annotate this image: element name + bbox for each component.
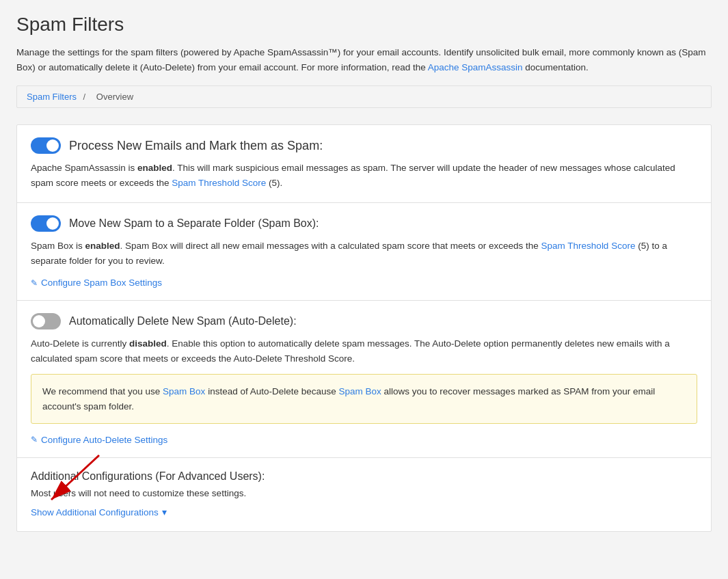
process-description: Apache SpamAssassin is enabled. This wil… bbox=[17, 161, 711, 202]
breadcrumb-parent-link[interactable]: Spam Filters bbox=[27, 92, 77, 102]
pencil-icon-1: ✎ bbox=[31, 278, 38, 288]
auto-delete-description: Auto-Delete is currently disabled. Enabl… bbox=[31, 336, 697, 366]
intro-description: Manage the settings for the spam filters… bbox=[16, 45, 712, 75]
additional-config-section: Additional Configurations (For Advanced … bbox=[17, 457, 711, 532]
configure-spam-box-link[interactable]: ✎ Configure Spam Box Settings bbox=[31, 278, 162, 288]
configure-auto-delete-link[interactable]: ✎ Configure Auto-Delete Settings bbox=[31, 435, 167, 445]
page-title: Spam Filters bbox=[16, 14, 712, 36]
spam-box-toggle[interactable] bbox=[31, 215, 61, 232]
additional-config-description: Most users will not need to customize th… bbox=[31, 488, 697, 498]
spam-threshold-score-link-1[interactable]: Spam Threshold Score bbox=[172, 178, 266, 188]
show-additional-config-link[interactable]: Show Additional Configurations ▾ bbox=[31, 507, 167, 517]
breadcrumb-current: Overview bbox=[96, 92, 133, 102]
pencil-icon-2: ✎ bbox=[31, 435, 38, 444]
spam-box-description: Spam Box is enabled. Spam Box will direc… bbox=[31, 239, 697, 268]
chevron-icon: ▾ bbox=[162, 507, 167, 517]
spam-box-header: Move New Spam to a Separate Folder (Spam… bbox=[31, 215, 697, 232]
auto-delete-toggle[interactable] bbox=[31, 313, 61, 329]
breadcrumb: Spam Filters / Overview bbox=[16, 85, 712, 108]
auto-delete-section: Automatically Delete New Spam (Auto-Dele… bbox=[17, 300, 711, 457]
process-section-header: Process New Emails and Mark them as Spam… bbox=[17, 125, 711, 161]
spam-box-link-2[interactable]: Spam Box bbox=[339, 386, 381, 396]
spam-box-link-1[interactable]: Spam Box bbox=[163, 386, 205, 396]
auto-delete-warning: We recommend that you use Spam Box inste… bbox=[31, 374, 697, 424]
apache-spamassassin-link[interactable]: Apache SpamAssassin bbox=[428, 62, 523, 72]
breadcrumb-separator: / bbox=[83, 92, 86, 102]
process-toggle[interactable] bbox=[31, 137, 61, 154]
spam-box-heading: Move New Spam to a Separate Folder (Spam… bbox=[69, 217, 319, 230]
show-config-wrapper: Show Additional Configurations ▾ bbox=[31, 507, 167, 518]
auto-delete-header: Automatically Delete New Spam (Auto-Dele… bbox=[31, 313, 697, 329]
additional-config-heading: Additional Configurations (For Advanced … bbox=[31, 470, 697, 483]
auto-delete-heading: Automatically Delete New Spam (Auto-Dele… bbox=[69, 315, 297, 327]
spam-box-section: Move New Spam to a Separate Folder (Spam… bbox=[17, 202, 711, 300]
spam-filters-main-section: Process New Emails and Mark them as Spam… bbox=[16, 124, 712, 532]
process-heading: Process New Emails and Mark them as Spam… bbox=[69, 139, 323, 153]
spam-threshold-score-link-2[interactable]: Spam Threshold Score bbox=[541, 241, 636, 251]
